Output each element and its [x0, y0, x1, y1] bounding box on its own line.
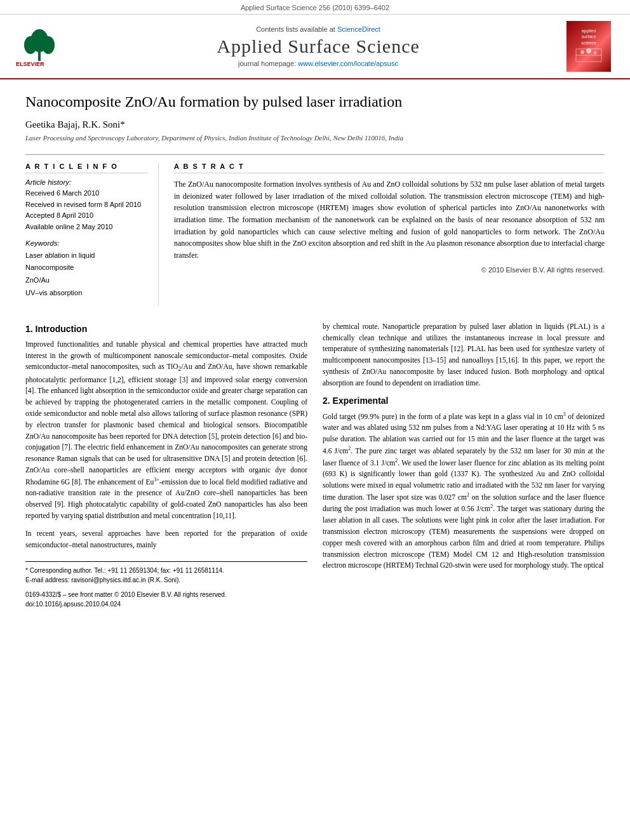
homepage-line: journal homepage: www.elsevier.com/locat…	[70, 60, 566, 67]
copyright: © 2010 Elsevier B.V. All rights reserved…	[174, 266, 605, 274]
intro-section-name: Introduction	[36, 324, 88, 334]
intro-paragraph-2: In recent years, several approaches have…	[25, 528, 307, 551]
journal-header: ELSEVIER Contents lists available at Sci…	[0, 15, 630, 79]
article-history-label: Article history:	[25, 178, 148, 186]
experimental-paragraph-1: Gold target (99.9% pure) in the form of …	[323, 411, 605, 572]
abstract-column: A B S T R A C T The ZnO/Au nanocomposite…	[174, 163, 605, 306]
svg-point-9	[594, 51, 597, 54]
svg-text:ELSEVIER: ELSEVIER	[16, 61, 44, 67]
svg-point-2	[24, 36, 37, 54]
keywords-label: Keywords:	[25, 239, 148, 247]
keyword-3: ZnO/Au	[25, 274, 148, 287]
abstract-heading: A B S T R A C T	[174, 163, 605, 173]
affiliation: Laser Processing and Spectroscopy Labora…	[25, 134, 605, 142]
received-date: Received 6 March 2010 Received in revise…	[25, 188, 148, 232]
article-info-heading: A R T I C L E I N F O	[25, 163, 148, 173]
paper-title: Nanocomposite ZnO/Au formation by pulsed…	[25, 92, 605, 112]
keyword-1: Laser ablation in liquid	[25, 250, 148, 262]
experimental-section-number: 2.	[323, 396, 330, 406]
journal-citation-bar: Applied Surface Science 256 (2010) 6399–…	[0, 0, 630, 15]
keywords-list: Laser ablation in liquid Nanocomposite Z…	[25, 250, 148, 300]
article-history-block: Article history: Received 6 March 2010 R…	[25, 178, 148, 232]
journal-cover-image: appliedsurfacescience	[566, 21, 617, 72]
contents-available-line: Contents lists available at ScienceDirec…	[70, 25, 566, 33]
abstract-text: The ZnO/Au nanocomposite formation invol…	[174, 178, 605, 261]
authors: Geetika Bajaj, R.K. Soni*	[25, 119, 605, 130]
issn-footnote: 0169-4332/$ – see front matter © 2010 El…	[25, 590, 307, 599]
journal-title: Applied Surface Science	[70, 36, 566, 57]
journal-cover-text: appliedsurfacescience	[581, 28, 596, 45]
keywords-block: Keywords: Laser ablation in liquid Nanoc…	[25, 239, 148, 300]
footnote-section: * Corresponding author. Tel.: +91 11 265…	[25, 561, 307, 609]
authors-text: Geetika Bajaj, R.K. Soni*	[25, 119, 125, 130]
corresponding-author-footnote: * Corresponding author. Tel.: +91 11 265…	[25, 566, 307, 575]
page: Applied Surface Science 256 (2010) 6399–…	[0, 0, 630, 622]
keyword-4: UV–vis absorption	[25, 287, 148, 300]
experimental-section-name: Experimental	[333, 396, 389, 406]
intro-section-number: 1.	[25, 324, 33, 334]
svg-point-3	[42, 36, 55, 54]
body-right-column: by chemical route. Nanoparticle preparat…	[323, 321, 605, 609]
journal-citation: Applied Surface Science 256 (2010) 6399–…	[241, 4, 389, 11]
svg-point-7	[580, 50, 584, 54]
sciencedirect-link[interactable]: ScienceDirect	[337, 25, 380, 33]
article-info-abstract-section: A R T I C L E I N F O Article history: R…	[25, 154, 605, 306]
keyword-2: Nanocomposite	[25, 262, 148, 274]
svg-point-8	[586, 48, 591, 53]
email-footnote: E-mail address: ravisoni@physics.iitd.ac…	[25, 575, 307, 585]
experimental-section-title: 2. Experimental	[323, 396, 605, 406]
homepage-link[interactable]: www.elsevier.com/locate/apsusc	[298, 60, 398, 67]
intro-section-title: 1. Introduction	[25, 324, 307, 334]
journal-center-info: Contents lists available at ScienceDirec…	[70, 25, 566, 67]
intro-paragraph-1: Improved functionalities and tunable phy…	[25, 339, 307, 522]
elsevier-logo: ELSEVIER	[13, 23, 70, 70]
article-info-column: A R T I C L E I N F O Article history: R…	[25, 163, 159, 306]
intro-continued-paragraph: by chemical route. Nanoparticle preparat…	[323, 321, 605, 389]
doi-footnote: doi:10.1016/j.apsusc.2010.04.024	[25, 599, 307, 609]
body-left-column: 1. Introduction Improved functionalities…	[25, 321, 307, 609]
body-columns: 1. Introduction Improved functionalities…	[25, 321, 605, 609]
main-content: Nanocomposite ZnO/Au formation by pulsed…	[0, 79, 630, 622]
